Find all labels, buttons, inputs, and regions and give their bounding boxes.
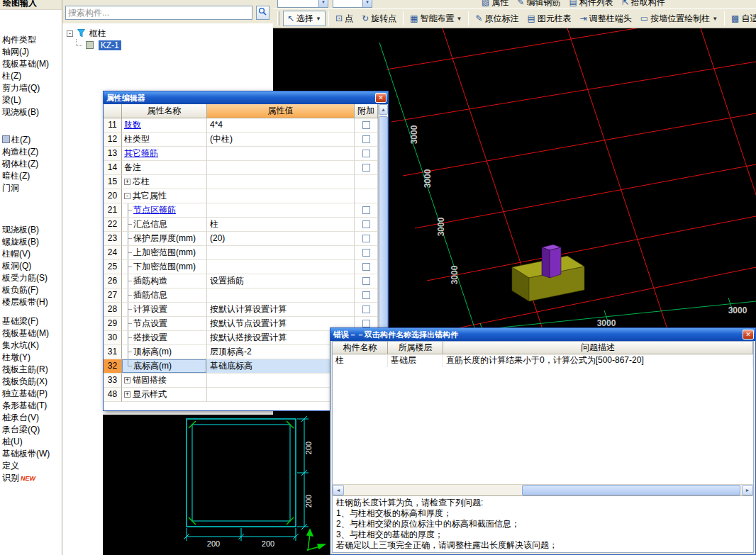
nav-item[interactable]: 筏板负筋(X): [0, 376, 62, 388]
nav-item[interactable]: 柱(Z): [0, 134, 62, 146]
prop-name-cell[interactable]: 上加密范围(mm): [122, 246, 207, 260]
row-number-cell[interactable]: 25: [104, 260, 122, 274]
prop-name-cell[interactable]: 保护层厚度(mm): [122, 232, 207, 246]
nav-item[interactable]: 桩(U): [0, 436, 62, 448]
draw-column-by-wall-button[interactable]: ▭按墙位置绘制柱▼: [637, 11, 721, 26]
attach-checkbox[interactable]: [362, 164, 370, 172]
prop-name-cell[interactable]: 插筋信息: [122, 288, 207, 303]
prop-header-attach[interactable]: 附加: [355, 104, 378, 118]
prop-name-cell[interactable]: 插筋构造: [122, 274, 207, 288]
prop-value-cell[interactable]: [207, 246, 355, 260]
nav-item[interactable]: 识别NEW: [0, 472, 62, 484]
nav-item[interactable]: 柱墩(Y): [0, 352, 62, 364]
tree-node-frame-column[interactable]: - 框柱: [67, 28, 272, 39]
expand-box[interactable]: +: [124, 377, 130, 383]
properties-button[interactable]: ▧属性: [478, 0, 512, 9]
attach-cell[interactable]: [355, 175, 378, 189]
prop-header-name[interactable]: 属性名称: [122, 104, 207, 118]
attach-cell[interactable]: [355, 218, 378, 232]
tree-root-label[interactable]: 框柱: [89, 28, 106, 38]
auto-fit-button[interactable]: ▩自适: [728, 11, 756, 26]
row-number-cell[interactable]: 26: [104, 274, 122, 288]
nav-item[interactable]: 筏板基础(M): [0, 327, 62, 340]
scroll-left-button[interactable]: ◄: [333, 485, 344, 495]
row-number-cell[interactable]: 11: [104, 118, 122, 133]
row-number-cell[interactable]: 31: [104, 345, 122, 359]
floor-combo[interactable]: ▼: [277, 0, 328, 8]
nav-item[interactable]: 桩承台(V): [0, 412, 62, 424]
row-number-cell[interactable]: 23: [104, 232, 122, 246]
prop-name-cell[interactable]: 备注: [122, 161, 207, 175]
row-number-cell[interactable]: 27: [104, 288, 122, 303]
prop-name-cell[interactable]: 柱类型: [122, 133, 207, 147]
search-button[interactable]: [256, 6, 269, 20]
tree-node-label[interactable]: KZ-1: [99, 40, 121, 50]
row-number-cell[interactable]: 15: [104, 175, 122, 189]
prop-row[interactable]: 13其它箍筋: [104, 147, 378, 161]
expand-box[interactable]: -: [124, 193, 130, 199]
attach-checkbox[interactable]: [362, 263, 370, 271]
nav-item[interactable]: 梁(L): [0, 94, 62, 106]
nav-item[interactable]: 承台梁(Q): [0, 424, 62, 436]
nav-item[interactable]: 柱帽(V): [0, 248, 62, 260]
error-row[interactable]: 柱基础层直筋长度的计算结果小于0，计算公式为[500-867-20]: [333, 354, 753, 367]
prop-row[interactable]: 28计算设置按默认计算设置计算: [104, 303, 378, 317]
row-number-cell[interactable]: 22: [104, 218, 122, 232]
row-number-cell[interactable]: 29: [104, 317, 122, 331]
attach-checkbox[interactable]: [362, 249, 370, 257]
prop-row[interactable]: 21节点区箍筋: [104, 203, 378, 218]
scroll-thumb[interactable]: [379, 116, 388, 336]
expand-box[interactable]: +: [124, 179, 130, 185]
nav-item[interactable]: 现浇板(B): [0, 106, 62, 118]
row-number-cell[interactable]: 28: [104, 303, 122, 317]
prop-name-cell[interactable]: +锚固搭接: [122, 374, 207, 388]
prop-name-cell[interactable]: 节点设置: [122, 317, 207, 331]
attach-cell[interactable]: [355, 260, 378, 274]
toolbar-grip[interactable]: [277, 11, 279, 26]
prop-value-cell[interactable]: [207, 161, 355, 175]
attach-cell[interactable]: [355, 147, 378, 161]
attach-cell[interactable]: [355, 288, 378, 303]
attach-checkbox[interactable]: [362, 135, 370, 143]
attach-checkbox[interactable]: [362, 220, 370, 228]
attach-cell[interactable]: [355, 203, 378, 218]
nav-item[interactable]: 暗柱(Z): [0, 170, 62, 182]
scroll-up-button[interactable]: ▲: [379, 104, 388, 115]
row-number-cell[interactable]: 12: [104, 133, 122, 147]
nav-item[interactable]: 现浇板(B): [0, 224, 62, 236]
nav-item[interactable]: 板负筋(F): [0, 284, 62, 296]
prop-value-cell[interactable]: 设置插筋: [207, 274, 355, 288]
row-number-cell[interactable]: 24: [104, 246, 122, 260]
nav-item[interactable]: 螺旋板(B): [0, 236, 62, 248]
nav-item[interactable]: 门洞: [0, 182, 62, 194]
prop-value-cell[interactable]: (中柱): [207, 133, 355, 147]
prop-row[interactable]: 11肢数4*4: [104, 118, 378, 133]
attach-checkbox[interactable]: [362, 235, 370, 242]
row-number-cell[interactable]: 20: [104, 189, 122, 203]
prop-row[interactable]: 23保护层厚度(mm)(20): [104, 232, 378, 246]
section-preview[interactable]: 200 200 200 200: [103, 415, 327, 555]
prop-name-cell[interactable]: 搭接设置: [122, 331, 207, 345]
prop-editor-titlebar[interactable]: 属性编辑器 ✕: [104, 91, 388, 104]
row-number-cell[interactable]: 33: [104, 374, 122, 388]
attach-checkbox[interactable]: [362, 305, 370, 313]
tree-node-kz1[interactable]: KZ-1: [67, 39, 272, 50]
element-column-table-button[interactable]: ▤图元柱表: [523, 11, 574, 26]
nav-item[interactable]: 构件类型: [0, 34, 62, 46]
prop-row[interactable]: 25下加密范围(mm): [104, 260, 378, 274]
nav-item[interactable]: 基础板带(W): [0, 448, 62, 460]
attach-cell[interactable]: [355, 189, 378, 203]
nav-item[interactable]: 基础梁(F): [0, 315, 62, 327]
row-number-cell[interactable]: 30: [104, 331, 122, 345]
select-button[interactable]: ↖ 选择 ▼: [283, 11, 326, 26]
attach-checkbox[interactable]: [362, 291, 370, 299]
prop-name-cell[interactable]: -其它属性: [122, 189, 207, 203]
prop-value-cell[interactable]: 柱: [207, 218, 355, 232]
attach-cell[interactable]: [355, 161, 378, 175]
nav-item[interactable]: 条形基础(T): [0, 400, 62, 412]
prop-name-cell[interactable]: 其它箍筋: [122, 147, 207, 161]
component-list-button[interactable]: ▤构件列表: [565, 0, 616, 9]
prop-name-cell[interactable]: +芯柱: [122, 175, 207, 189]
prop-value-cell[interactable]: [207, 147, 355, 161]
smart-layout-button[interactable]: ▦智能布置▼: [406, 11, 465, 26]
